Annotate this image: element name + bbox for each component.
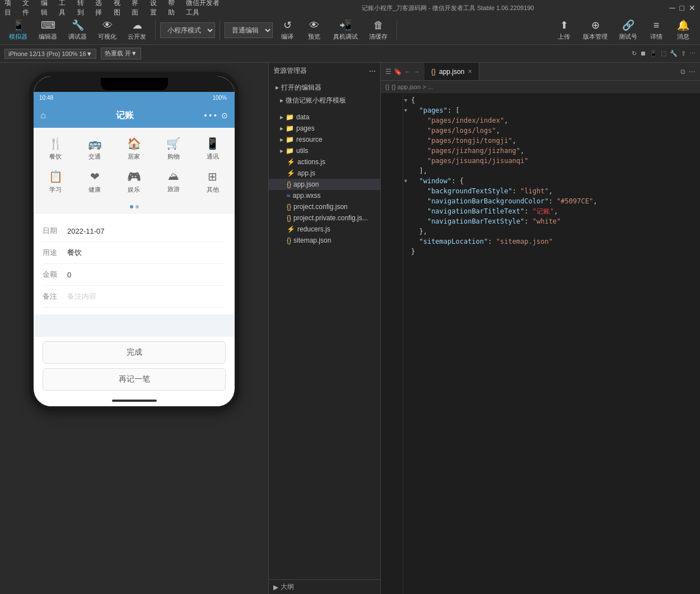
realdev-button[interactable]: 📲 真机调试 [329,17,362,43]
compile-select[interactable]: 普通编辑 [225,22,273,38]
cloud-button[interactable]: ☁ 云开发 [123,17,151,43]
minimize-button[interactable]: ─ [670,3,675,12]
breadcrumb-json-icon: {} [385,83,389,90]
editor-button[interactable]: ⌨ 编辑器 [34,17,62,43]
menu-settings[interactable]: 设置 [150,0,161,17]
cat-health[interactable]: ❤ 健康 [75,165,114,198]
window-controls[interactable]: ─ □ ✕ [670,3,696,12]
debugger-button[interactable]: 🔧 调试器 [64,17,91,43]
tab-nav-icons[interactable]: ☰ 🔖 ← → [381,68,424,76]
more-icon[interactable]: ⋯ [689,50,696,57]
cat-travel[interactable]: ⛰ 旅游 [154,165,193,198]
test-button[interactable]: 🔗 测试号 [614,17,642,43]
mode-select[interactable]: 小程序模式 [160,22,215,38]
device-select[interactable]: iPhone 12/13 (Pro) 100% 16▼ [4,49,96,59]
purpose-value[interactable]: 餐饮 [67,248,82,258]
nav-record-icon[interactable]: ⊙ [221,111,228,120]
menu-file[interactable]: 文件 [22,0,34,17]
simulator-button[interactable]: 📱 模拟器 [4,17,32,43]
message-button[interactable]: 🔔 消息 [671,17,696,43]
appjs-label: app.js [297,169,315,177]
tab-nav-fwd[interactable]: → [413,68,420,76]
tab-appjson[interactable]: {} app.json ✕ [424,63,479,80]
menu-devtools[interactable]: 微信开发者工具 [186,0,226,17]
share-icon[interactable]: ⇪ [681,50,686,57]
folder-data[interactable]: ▶ 📁 data [269,112,380,123]
entertainment-icon: 🎮 [127,170,141,183]
menu-bar[interactable]: 项目 文件 编辑 工具 转到 选择 视图 界面 设置 帮助 微信开发者工具 [4,0,226,17]
cat-shopping[interactable]: 🛒 购物 [154,132,193,165]
file-reducers[interactable]: ⚡ reducers.js [269,224,380,235]
preview-button[interactable]: 👁 预览 [302,17,326,43]
project-header[interactable]: ▶ 微信记账小程序模板 [269,94,380,107]
file-projectprivate[interactable]: {} project.private.config.js... [269,212,380,224]
menu-interface[interactable]: 界面 [132,0,143,17]
file-appwxss[interactable]: ≈ app.wxss [269,190,380,201]
cat-comm[interactable]: 📱 通讯 [193,132,232,165]
editor-label: 编辑器 [39,33,57,41]
version-button[interactable]: ⊕ 版本管理 [578,17,612,43]
editor-content[interactable]: 1 ▼ { 2 ▼ "pages": [ 3 "pages/index/inde… [381,93,700,594]
details-button[interactable]: ≡ 详情 [644,17,669,43]
cat-transport[interactable]: 🚌 交通 [75,132,114,165]
toolbar-right: ⬆ 上传 ⊕ 版本管理 🔗 测试号 ≡ 详情 🔔 消息 [552,17,696,43]
menu-help[interactable]: 帮助 [168,0,179,17]
editor-tab-actions: ⧉ ⋯ [676,68,700,76]
form-spacer [34,314,235,337]
note-placeholder[interactable]: 备注内容 [67,291,96,301]
upload-button[interactable]: ⬆ 上传 [552,17,576,43]
date-value[interactable]: 2022-11-07 [67,227,105,235]
cat-entertainment[interactable]: 🎮 娱乐 [114,165,153,198]
hotreload-select[interactable]: 热重载 开▼ [101,48,141,59]
clearcache-button[interactable]: 🗑 清缓存 [365,17,392,43]
tab-nav-left[interactable]: ☰ [385,68,391,76]
cat-home[interactable]: 🏠 居家 [114,132,153,165]
file-appjson[interactable]: {} app.json [269,179,380,190]
visible-button[interactable]: 👁 可视化 [94,17,121,43]
refresh-icon[interactable]: ↻ [632,50,637,57]
editor-panel: ☰ 🔖 ← → {} app.json ✕ ⧉ ⋯ {} {} app.json… [381,63,700,594]
maximize-button[interactable]: □ [680,3,684,12]
version-label: 版本管理 [583,33,608,41]
cat-study[interactable]: 📋 学习 [36,165,75,198]
cloud-label: 云开发 [128,33,146,41]
phone-icon[interactable]: 📱 [650,50,657,57]
file-actionsjs[interactable]: ⚡ actions.js [269,156,380,168]
done-button[interactable]: 完成 [43,341,226,364]
close-button[interactable]: ✕ [689,3,696,12]
menu-goto[interactable]: 转到 [77,0,88,17]
menu-edit[interactable]: 编辑 [41,0,52,17]
folder-pages[interactable]: ▶ 📁 pages [269,123,380,134]
filetree-more-icon[interactable]: ⋯ [369,67,376,75]
menu-select[interactable]: 选择 [95,0,106,17]
menu-tool[interactable]: 工具 [59,0,70,17]
folder-resource[interactable]: ▶ 📁 resource [269,134,380,145]
outline-header[interactable]: ▶ 大纲 [273,582,376,592]
another-button[interactable]: 再记一笔 [43,368,226,391]
stop-icon[interactable]: ⏹ [640,50,646,57]
cat-other[interactable]: ⊞ 其他 [193,165,232,198]
outline-section: ▶ 大纲 [269,579,380,594]
file-sitemap[interactable]: {} sitemap.json [269,235,380,246]
open-editors-header[interactable]: ▶ 打开的编辑器 [269,81,380,94]
file-projectconfig[interactable]: {} project.config.json [269,201,380,212]
menu-project[interactable]: 项目 [4,0,16,17]
tab-nav-bookmark[interactable]: 🔖 [394,68,402,76]
tools-icon[interactable]: 🔧 [670,50,678,57]
code-line-5: 5 "pages/tongji/tongji", [381,136,700,146]
nav-more-icon[interactable]: • • • [204,111,217,120]
folder-utils[interactable]: ▶ 📁 utils [269,145,380,156]
split-editor-icon[interactable]: ⧉ [680,68,685,76]
amount-value[interactable]: 0 [67,271,71,279]
menu-view[interactable]: 视图 [114,0,125,17]
tab-nav-back[interactable]: ← [404,68,411,76]
tab-close-icon[interactable]: ✕ [468,68,472,75]
amount-label: 金额 [43,270,63,280]
landscape-icon[interactable]: ⬚ [661,50,666,57]
file-appjs[interactable]: ⚡ app.js [269,168,380,179]
compile-button[interactable]: ↺ 编译 [275,17,300,43]
nav-back-icon[interactable]: ⌂ [40,110,46,120]
cat-food[interactable]: 🍴 餐饮 [36,132,75,165]
phone-status-bar: 10:48 100% [34,92,235,103]
more-actions-icon[interactable]: ⋯ [689,68,696,76]
